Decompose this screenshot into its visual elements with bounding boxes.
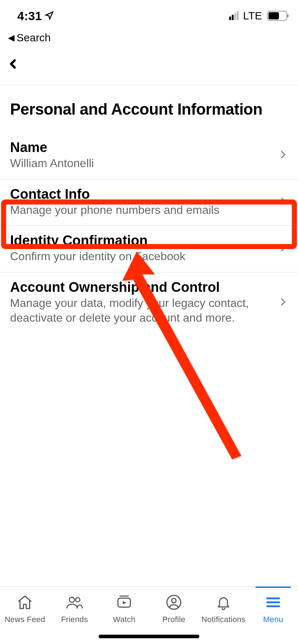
home-icon <box>17 593 33 611</box>
location-icon <box>45 9 54 23</box>
setting-subtitle: Manage your phone numbers and emails <box>10 203 271 218</box>
tab-label: Notifications <box>202 615 245 624</box>
back-button[interactable] <box>8 57 19 74</box>
caret-left-icon: ◀ <box>8 33 14 43</box>
tab-label: News Feed <box>4 615 45 624</box>
setting-row-account-ownership[interactable]: Account Ownership and Control Manage you… <box>0 272 298 334</box>
chevron-right-icon <box>279 295 288 310</box>
tab-friends[interactable]: Friends <box>50 587 99 644</box>
setting-row-identity-confirmation[interactable]: Identity Confirmation Confirm your ident… <box>0 226 298 272</box>
friends-icon <box>66 593 83 611</box>
bell-icon <box>216 593 231 611</box>
watch-icon <box>116 593 133 611</box>
settings-list: Name William Antonelli Contact Info Mana… <box>0 133 298 334</box>
chevron-right-icon <box>279 147 288 163</box>
signal-icon <box>229 12 239 20</box>
network-label: LTE <box>243 10 262 22</box>
status-right: LTE <box>229 10 287 22</box>
home-indicator[interactable] <box>99 635 199 638</box>
menu-icon <box>265 593 281 611</box>
tab-news-feed[interactable]: News Feed <box>0 587 50 644</box>
svg-marker-4 <box>123 601 126 604</box>
svg-point-6 <box>172 598 176 603</box>
tab-label: Watch <box>113 615 136 624</box>
svg-point-2 <box>76 598 80 602</box>
tab-label: Profile <box>162 615 185 624</box>
svg-point-1 <box>69 597 74 602</box>
setting-row-contact-info[interactable]: Contact Info Manage your phone numbers a… <box>0 179 298 226</box>
tab-label: Menu <box>263 615 283 624</box>
breadcrumb[interactable]: ◀ Search <box>0 32 298 50</box>
tab-label: Friends <box>61 615 88 624</box>
setting-title: Name <box>10 140 271 155</box>
nav-header <box>0 50 298 85</box>
setting-title: Identity Confirmation <box>10 233 271 248</box>
status-bar: 4:31 LTE <box>0 0 298 32</box>
setting-title: Contact Info <box>10 187 271 202</box>
status-time: 4:31 <box>17 9 42 23</box>
status-left: 4:31 <box>17 9 54 23</box>
profile-icon <box>166 593 182 611</box>
setting-subtitle: Manage your data, modify your legacy con… <box>10 296 271 326</box>
tab-notifications[interactable]: Notifications <box>199 587 248 644</box>
setting-subtitle: William Antonelli <box>10 156 271 171</box>
setting-row-name[interactable]: Name William Antonelli <box>0 133 298 179</box>
page-title: Personal and Account Information <box>0 85 298 133</box>
setting-subtitle: Confirm your identity on Facebook <box>10 249 271 264</box>
setting-title: Account Ownership and Control <box>10 280 271 295</box>
breadcrumb-label: Search <box>17 32 51 44</box>
battery-icon <box>267 11 287 21</box>
chevron-right-icon <box>279 240 288 256</box>
chevron-right-icon <box>279 194 288 210</box>
tab-menu[interactable]: Menu <box>248 587 298 644</box>
